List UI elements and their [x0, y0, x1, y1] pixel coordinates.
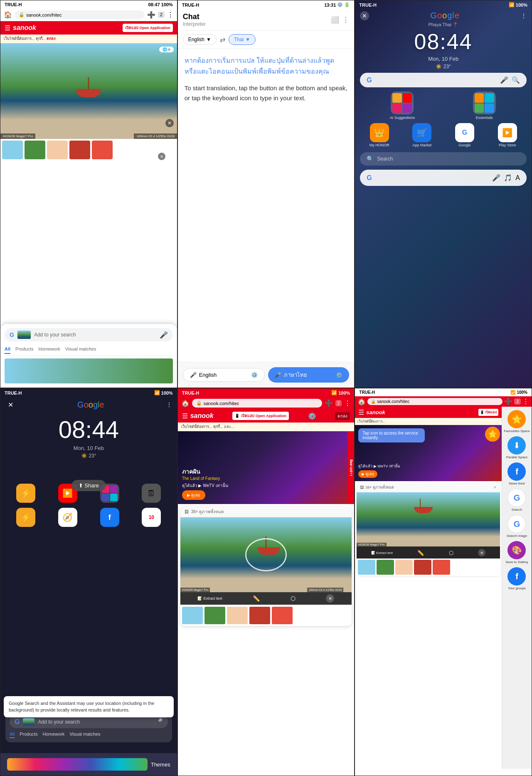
close-lens-5[interactable]: ✕	[326, 594, 334, 603]
close-btn-3[interactable]: ✕	[360, 11, 369, 20]
menu-icon-5[interactable]: ☰	[182, 412, 188, 420]
open-app-5[interactable]: 📱เปิดแอป Open Application	[232, 412, 289, 420]
thumb-5[interactable]	[92, 141, 113, 159]
url-bar-5[interactable]: 🔒 sanook.com/hitec	[192, 399, 322, 408]
thumb-4[interactable]	[69, 141, 90, 159]
sidebar-favourites-6[interactable]: ⭐ Favourites Space	[504, 410, 530, 433]
open-app-6[interactable]: 📱 เปิดแอป	[478, 409, 498, 416]
thumb-5-3[interactable]	[227, 607, 248, 624]
folder-essentials-3[interactable]: Essentials	[446, 91, 523, 120]
sidebar-newsfeed-6[interactable]: f News feed	[507, 462, 526, 485]
mic-english-btn-2[interactable]: 🎤 English ⚙️	[183, 368, 265, 382]
mic-bottom-3[interactable]: 🎤	[492, 174, 500, 182]
extract-text-5[interactable]: 📝 Extract text	[197, 596, 222, 601]
more-icon-3[interactable]: ⋮	[521, 12, 527, 19]
sidebar-your-groups-6[interactable]: f Your groups	[507, 567, 526, 590]
thumb-5-1[interactable]	[182, 607, 203, 624]
share-overlay-4[interactable]: ⬆ Share	[72, 480, 106, 491]
sidebar-save-gallery-6[interactable]: 🎨 Save to Gallery	[505, 541, 528, 564]
app-market-3[interactable]: 🛒 App Market	[402, 123, 442, 147]
tab-all-4[interactable]: All	[10, 732, 15, 738]
close-notif-1[interactable]: ตกลง	[47, 37, 55, 41]
sidebar-search-image-6[interactable]: G Search image	[507, 515, 527, 538]
close-notif-5[interactable]: ตกลง	[335, 412, 350, 420]
fb-4[interactable]: f	[91, 508, 128, 527]
extract-btn-6[interactable]: 📝 Extract text	[371, 551, 393, 555]
thumb-2[interactable]	[25, 141, 45, 159]
tabs-count-6[interactable]: 2	[514, 398, 521, 405]
music-icon-3[interactable]: 🎵	[504, 174, 512, 182]
screen-icon-2[interactable]: ⬜	[331, 16, 339, 24]
tabs-count-1[interactable]: 2	[158, 12, 165, 18]
swap-icon-2[interactable]: ⇄	[220, 36, 225, 44]
more-icon-2[interactable]: ⋮	[342, 16, 349, 24]
thumb-5-5[interactable]	[272, 607, 293, 624]
mic-thai-btn-2[interactable]: 🎤 ภาษาไทย ⚙️	[268, 367, 349, 383]
google-app-3[interactable]: G Google	[445, 123, 485, 147]
my-honor-3[interactable]: 👑 My HONOR	[359, 123, 399, 147]
search-hint-3[interactable]: 🔍 Search	[360, 152, 527, 166]
tab-homework-4[interactable]: Homework	[43, 732, 65, 738]
add-tab-5[interactable]: ➕	[325, 399, 333, 407]
browser-bar-5[interactable]: 🏠 🔒 sanook.com/hitec ➕ 2 ⋮	[178, 397, 355, 409]
safari-4[interactable]: 🧭	[49, 508, 87, 527]
close-lens-6[interactable]: ✕	[493, 485, 497, 489]
browser-bar-6[interactable]: 🏠 🔒 sanook.com/hitec ➕ 2 ⋮	[355, 396, 532, 407]
tab-all-1[interactable]: All	[5, 346, 10, 354]
tabs-count-5[interactable]: 2	[335, 400, 342, 406]
menu-6[interactable]: ⋮	[522, 398, 529, 405]
menu-5[interactable]: ⋮	[344, 399, 351, 407]
play-store-3[interactable]: ▶️ Play Store	[487, 123, 527, 147]
calendar-4[interactable]: 10	[133, 508, 170, 527]
search-bar-3[interactable]: G 🎤 🔍	[360, 73, 527, 87]
thumb-6-1[interactable]	[358, 560, 375, 575]
swift2-app-4[interactable]: ⚡	[7, 508, 45, 527]
sanook-open-app-1[interactable]: เปิดแอป Open Application	[123, 24, 173, 32]
bottom-search-3[interactable]: G 🎤 🎵 A	[360, 170, 527, 186]
thumb-1[interactable]	[2, 141, 23, 159]
honor-4[interactable]: 🗓	[133, 484, 170, 503]
folder-ai-3[interactable]: AI Suggestions	[363, 91, 441, 120]
swift-app-4[interactable]: ⚡	[7, 484, 45, 503]
close-action-6[interactable]: ✕	[478, 549, 485, 556]
tab-visual-4[interactable]: Visual matches	[69, 732, 100, 738]
tab-products-1[interactable]: Products	[15, 346, 33, 354]
lang-english-btn-2[interactable]: English ▼	[183, 34, 217, 45]
share-icon-5[interactable]: ⬡	[291, 595, 296, 602]
mic-icon-3[interactable]: 🎤	[500, 76, 508, 84]
sidebar-search-6[interactable]: G Search	[507, 489, 526, 512]
thumb-5-2[interactable]	[204, 607, 225, 624]
translate-icon-1[interactable]: 🌐 A	[159, 47, 174, 52]
favourites-icon-right[interactable]: ⭐	[485, 427, 500, 442]
thumb-6-3[interactable]	[395, 560, 413, 575]
lens-search-bar-1[interactable]: G Add to your search 🎤	[5, 328, 173, 341]
menu-icon-sanook-1[interactable]: ☰	[5, 24, 10, 32]
wetv-btn-6[interactable]: ▶ ดูเลย	[358, 470, 377, 478]
themes-label-4[interactable]: Themes	[151, 761, 170, 768]
close-btn-4[interactable]: ✕	[5, 400, 15, 410]
tab-homework-1[interactable]: Homework	[38, 346, 60, 354]
url-bar-1[interactable]: 🔒 sanook.com/hitec	[15, 10, 145, 19]
more-icon-4[interactable]: ⋮	[166, 401, 172, 408]
close-strip-1[interactable]: ✕	[158, 153, 165, 160]
tab-products-4[interactable]: Products	[20, 732, 37, 738]
lens-icon-3[interactable]: 🔍	[512, 76, 520, 84]
menu-icon-1[interactable]: ⋮	[167, 11, 174, 19]
settings-icon-5[interactable]: ⚙️	[308, 412, 316, 420]
mic-lens-4[interactable]: 🎤	[155, 718, 163, 726]
edit-icon-6[interactable]: ✏️	[417, 550, 424, 556]
thumb-6-5[interactable]	[433, 560, 450, 575]
translate-bottom-3[interactable]: A	[515, 174, 520, 182]
tab-visual-1[interactable]: Visual matches	[65, 346, 96, 354]
mic-icon-1[interactable]: 🎤	[160, 331, 168, 339]
url-bar-6[interactable]: 🔒 sanook.com/hitec	[367, 398, 502, 405]
add-tab-icon-1[interactable]: ➕	[147, 11, 155, 19]
thumb-5-4[interactable]	[249, 607, 270, 624]
thumb-3[interactable]	[47, 141, 68, 159]
wetv-btn-5[interactable]: ▶ ดูเลย	[182, 490, 206, 500]
lang-thai-btn-2[interactable]: Thai ▼	[229, 34, 256, 45]
thumb-6-2[interactable]	[377, 560, 394, 575]
share-icon-6[interactable]: ⬡	[449, 550, 453, 556]
edit-icon-5[interactable]: ✏️	[253, 595, 260, 602]
browser-bar-1[interactable]: 🏠 🔒 sanook.com/hitec ➕ 2 ⋮	[0, 9, 177, 21]
